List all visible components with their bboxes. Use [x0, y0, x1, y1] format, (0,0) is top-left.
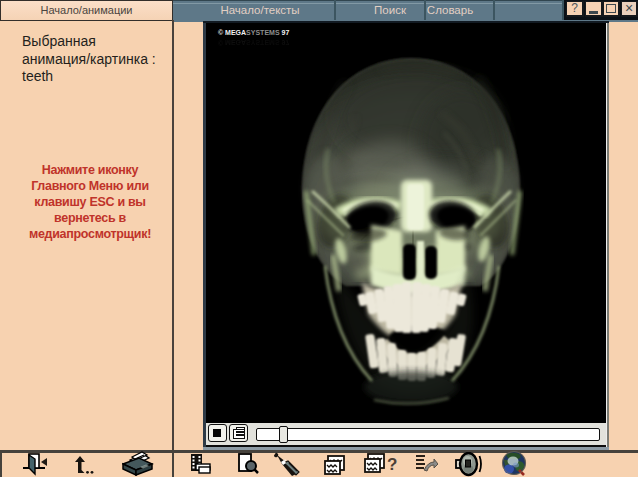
svg-text:?: ?: [387, 455, 397, 474]
